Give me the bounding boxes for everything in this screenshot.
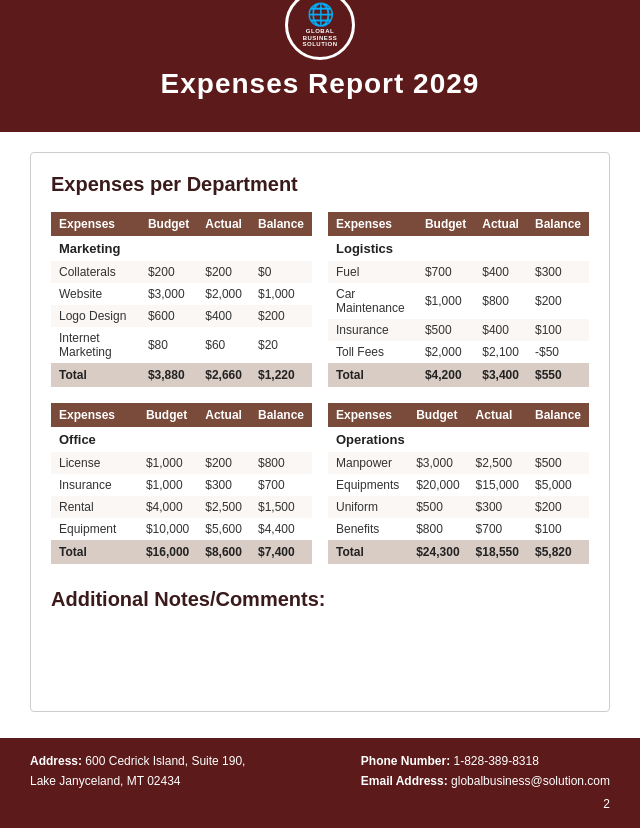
col-budget-3: Budget	[138, 403, 197, 427]
table-row: Rental $4,000 $2,500 $1,500	[51, 496, 312, 518]
logistics-header-row: Expenses Budget Actual Balance	[328, 212, 589, 236]
table-row: Insurance $1,000 $300 $700	[51, 474, 312, 496]
operations-table-container: Expenses Budget Actual Balance Operation…	[328, 403, 589, 564]
notes-title: Additional Notes/Comments:	[51, 588, 589, 611]
logistics-category-row: Logistics	[328, 236, 589, 261]
section-title: Expenses per Department	[51, 173, 589, 196]
table-row: Toll Fees $2,000 $2,100 -$50	[328, 341, 589, 363]
col-budget-2: Budget	[417, 212, 474, 236]
office-total-row: Total $16,000 $8,600 $7,400	[51, 540, 312, 564]
page-number: 2	[361, 795, 610, 814]
table-row: Internet Marketing $80 $60 $20	[51, 327, 312, 363]
marketing-header-row: Expenses Budget Actual Balance	[51, 212, 312, 236]
table-row: Car Maintenance $1,000 $800 $200	[328, 283, 589, 319]
header-title-bar: Expenses Report 2029	[0, 58, 640, 118]
table-row: Benefits $800 $700 $100	[328, 518, 589, 540]
additional-notes: Additional Notes/Comments:	[51, 588, 589, 611]
expenses-card: Expenses per Department Expenses Budget …	[30, 152, 610, 712]
table-row: Website $3,000 $2,000 $1,000	[51, 283, 312, 305]
main-content: Expenses per Department Expenses Budget …	[0, 132, 640, 738]
address-label: Address:	[30, 754, 82, 768]
col-expenses-4: Expenses	[328, 403, 408, 427]
col-actual-2: Actual	[474, 212, 527, 236]
col-expenses-3: Expenses	[51, 403, 138, 427]
email-line: Email Address: globalbusiness@solution.c…	[361, 772, 610, 791]
logistics-table: Expenses Budget Actual Balance Logistics…	[328, 212, 589, 387]
marketing-table: Expenses Budget Actual Balance Marketing…	[51, 212, 312, 387]
header: 🌐 GLOBALBUSINESSSOLUTION Expenses Report…	[0, 0, 640, 132]
office-table: Expenses Budget Actual Balance Office Li…	[51, 403, 312, 564]
logo: 🌐 GLOBALBUSINESSSOLUTION	[285, 0, 355, 60]
report-title: Expenses Report 2029	[0, 68, 640, 100]
phone-label: Phone Number:	[361, 754, 450, 768]
phone-value: 1-828-389-8318	[453, 754, 538, 768]
table-row: Equipments $20,000 $15,000 $5,000	[328, 474, 589, 496]
marketing-category-row: Marketing	[51, 236, 312, 261]
footer: Address: 600 Cedrick Island, Suite 190,L…	[0, 738, 640, 828]
col-expenses-2: Expenses	[328, 212, 417, 236]
table-row: Equipment $10,000 $5,600 $4,400	[51, 518, 312, 540]
col-actual-4: Actual	[468, 403, 527, 427]
table-row: Uniform $500 $300 $200	[328, 496, 589, 518]
footer-address: Address: 600 Cedrick Island, Suite 190,L…	[30, 752, 245, 790]
logistics-label: Logistics	[328, 236, 589, 261]
email-label: Email Address:	[361, 774, 448, 788]
marketing-table-container: Expenses Budget Actual Balance Marketing…	[51, 212, 312, 387]
operations-header-row: Expenses Budget Actual Balance	[328, 403, 589, 427]
email-value: globalbusiness@solution.com	[451, 774, 610, 788]
globe-icon: 🌐	[307, 2, 334, 28]
tables-grid: Expenses Budget Actual Balance Marketing…	[51, 212, 589, 564]
table-row: Insurance $500 $400 $100	[328, 319, 589, 341]
operations-table: Expenses Budget Actual Balance Operation…	[328, 403, 589, 564]
col-budget-4: Budget	[408, 403, 467, 427]
table-row: License $1,000 $200 $800	[51, 452, 312, 474]
office-category-row: Office	[51, 427, 312, 452]
logistics-total-row: Total $4,200 $3,400 $550	[328, 363, 589, 387]
table-row: Manpower $3,000 $2,500 $500	[328, 452, 589, 474]
operations-total-row: Total $24,300 $18,550 $5,820	[328, 540, 589, 564]
uniform-cell: Uniform	[328, 496, 408, 518]
table-row: Logo Design $600 $400 $200	[51, 305, 312, 327]
col-budget-1: Budget	[140, 212, 197, 236]
footer-contact: Phone Number: 1-828-389-8318 Email Addre…	[361, 752, 610, 814]
col-balance-4: Balance	[527, 403, 589, 427]
col-balance-3: Balance	[250, 403, 312, 427]
logo-text: GLOBALBUSINESSSOLUTION	[303, 28, 338, 48]
col-actual-1: Actual	[197, 212, 250, 236]
col-actual-3: Actual	[197, 403, 250, 427]
office-label: Office	[51, 427, 312, 452]
col-expenses-1: Expenses	[51, 212, 140, 236]
office-table-container: Expenses Budget Actual Balance Office Li…	[51, 403, 312, 564]
operations-label: Operations	[328, 427, 589, 452]
phone-line: Phone Number: 1-828-389-8318	[361, 752, 610, 771]
marketing-label: Marketing	[51, 236, 312, 261]
col-balance-2: Balance	[527, 212, 589, 236]
operations-category-row: Operations	[328, 427, 589, 452]
table-row: Fuel $700 $400 $300	[328, 261, 589, 283]
col-balance-1: Balance	[250, 212, 312, 236]
table-row: Collaterals $200 $200 $0	[51, 261, 312, 283]
office-header-row: Expenses Budget Actual Balance	[51, 403, 312, 427]
logistics-table-container: Expenses Budget Actual Balance Logistics…	[328, 212, 589, 387]
marketing-total-row: Total $3,880 $2,660 $1,220	[51, 363, 312, 387]
